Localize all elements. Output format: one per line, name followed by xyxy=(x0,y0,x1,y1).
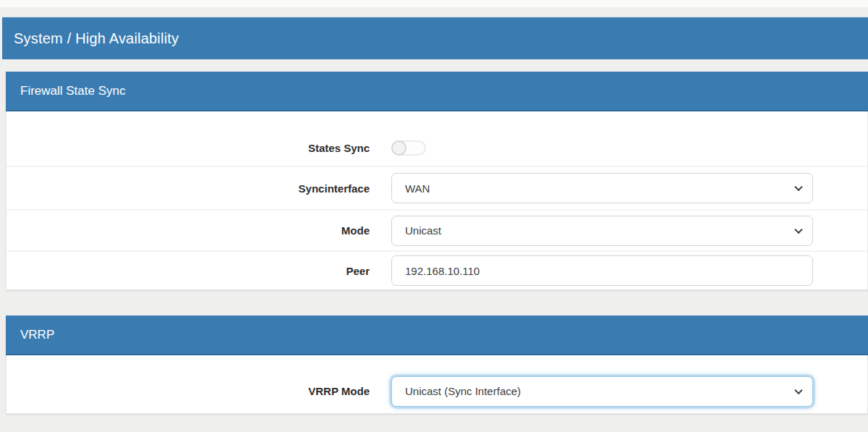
chevron-down-icon xyxy=(794,386,802,394)
mode-select[interactable]: Unicast xyxy=(391,216,813,246)
form-row-states-sync: States Sync xyxy=(7,111,867,166)
states-sync-label: States Sync xyxy=(7,142,370,154)
section-gap xyxy=(0,290,868,316)
chevron-down-icon xyxy=(794,225,802,233)
peer-input[interactable] xyxy=(391,255,813,286)
page-header: System / High Availability xyxy=(2,17,868,59)
mode-label: Mode xyxy=(7,224,370,237)
panel-title: Firewall State Sync xyxy=(20,84,126,98)
form-row-vrrp-mode: VRRP Mode Unicast (Sync Interface) xyxy=(7,355,867,413)
mode-select-value: Unicast xyxy=(405,224,441,237)
syncinterface-label: Syncinterface xyxy=(7,182,370,195)
form-row-peer: Peer xyxy=(7,250,867,289)
window-top-strip xyxy=(0,0,868,7)
vrrp-mode-label: VRRP Mode xyxy=(7,385,370,397)
vrrp-mode-select[interactable]: Unicast (Sync Interface) xyxy=(391,376,813,407)
section-gap xyxy=(0,59,868,72)
panel-title: VRRP xyxy=(20,328,54,342)
states-sync-toggle[interactable] xyxy=(391,140,426,156)
panel-firewall-state-sync: Firewall State Sync States Sync Syncinte… xyxy=(6,72,868,290)
page-top-gap xyxy=(0,7,868,17)
form-row-syncinterface: Syncinterface WAN xyxy=(7,166,867,209)
chevron-down-icon xyxy=(794,183,802,191)
panel-vrrp: VRRP VRRP Mode Unicast (Sync Interface) xyxy=(6,315,868,414)
form-row-mode: Mode Unicast xyxy=(7,209,867,250)
panel-body: VRRP Mode Unicast (Sync Interface) xyxy=(7,355,867,413)
vrrp-mode-select-value: Unicast (Sync Interface) xyxy=(405,385,521,397)
page-title: System / High Availability xyxy=(2,30,179,47)
peer-label: Peer xyxy=(7,265,370,277)
syncinterface-select-value: WAN xyxy=(405,182,430,195)
panel-body: States Sync Syncinterface WAN Mode Unica… xyxy=(7,111,867,289)
toggle-knob xyxy=(391,140,407,156)
panel-heading-vrrp: VRRP xyxy=(6,315,868,355)
syncinterface-select[interactable]: WAN xyxy=(391,173,813,203)
panel-heading-firewall-state-sync: Firewall State Sync xyxy=(6,72,868,111)
